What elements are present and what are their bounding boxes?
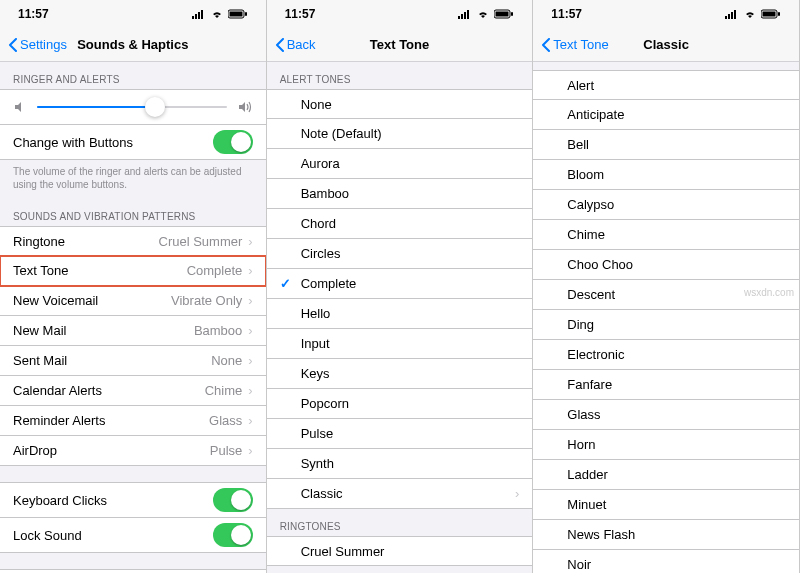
tone-label: Hello xyxy=(301,306,331,321)
tone-label: News Flash xyxy=(567,527,635,542)
tone-label: Keys xyxy=(301,366,330,381)
tone-row[interactable]: None xyxy=(267,89,533,119)
tone-row[interactable]: Ding xyxy=(533,310,799,340)
new-mail-row[interactable]: New Mail Bamboo› xyxy=(0,316,266,346)
tone-label: Anticipate xyxy=(567,107,624,122)
wifi-icon xyxy=(476,9,490,19)
system-haptics-row: System Haptics xyxy=(0,569,266,573)
tone-row[interactable]: Classic› xyxy=(267,479,533,509)
ringtone-row[interactable]: Cruel Summer xyxy=(267,536,533,566)
tone-row[interactable]: Minuet xyxy=(533,490,799,520)
svg-rect-13 xyxy=(511,12,513,16)
reminder-alerts-row[interactable]: Reminder Alerts Glass› xyxy=(0,406,266,436)
tone-row[interactable]: Ladder xyxy=(533,460,799,490)
calendar-alerts-row[interactable]: Calendar Alerts Chime› xyxy=(0,376,266,406)
panel-sounds-haptics: 11:57 Settings Sounds & Haptics RINGER A… xyxy=(0,0,267,573)
tone-row[interactable]: Aurora xyxy=(267,149,533,179)
keyboard-clicks-row: Keyboard Clicks xyxy=(0,482,266,518)
tone-row[interactable]: Anticipate xyxy=(533,100,799,130)
svg-rect-8 xyxy=(461,14,463,19)
row-label: Calendar Alerts xyxy=(13,383,102,398)
status-icons xyxy=(192,9,248,19)
tone-row[interactable]: Keys xyxy=(267,359,533,389)
tone-row[interactable]: Pulse xyxy=(267,419,533,449)
battery-icon xyxy=(761,9,781,19)
wifi-icon xyxy=(743,9,757,19)
chevron-left-icon xyxy=(8,38,18,52)
row-value: Bamboo xyxy=(194,323,242,338)
chevron-right-icon: › xyxy=(248,383,252,398)
svg-rect-1 xyxy=(195,14,197,19)
chevron-right-icon: › xyxy=(515,486,519,501)
ringtones-list: Cruel Summer xyxy=(267,536,533,566)
tone-row[interactable]: Input xyxy=(267,329,533,359)
chevron-right-icon: › xyxy=(248,443,252,458)
airdrop-row[interactable]: AirDrop Pulse› xyxy=(0,436,266,466)
tone-row[interactable]: ✓Complete xyxy=(267,269,533,299)
change-with-buttons-toggle[interactable] xyxy=(213,130,253,154)
svg-rect-9 xyxy=(464,12,466,19)
chevron-right-icon: › xyxy=(248,353,252,368)
nav-back-label: Settings xyxy=(20,37,67,52)
status-time: 11:57 xyxy=(551,7,582,21)
tone-row[interactable]: Note (Default) xyxy=(267,119,533,149)
tone-row[interactable]: Horn xyxy=(533,430,799,460)
tone-row[interactable]: News Flash xyxy=(533,520,799,550)
row-label: Keyboard Clicks xyxy=(13,493,107,508)
chevron-left-icon xyxy=(541,38,551,52)
nav-back-settings[interactable]: Settings xyxy=(8,37,67,52)
sent-mail-row[interactable]: Sent Mail None› xyxy=(0,346,266,376)
tone-label: Classic xyxy=(301,486,343,501)
tone-row[interactable]: Chord xyxy=(267,209,533,239)
chevron-right-icon: › xyxy=(248,293,252,308)
tone-row[interactable]: Fanfare xyxy=(533,370,799,400)
chevron-left-icon xyxy=(275,38,285,52)
ringtone-row[interactable]: Ringtone Cruel Summer› xyxy=(0,226,266,256)
tone-row[interactable]: Bamboo xyxy=(267,179,533,209)
tone-label: Minuet xyxy=(567,497,606,512)
chevron-right-icon: › xyxy=(248,323,252,338)
tone-row[interactable]: Choo Choo xyxy=(533,250,799,280)
signal-icon xyxy=(192,9,206,19)
tone-row[interactable]: Bloom xyxy=(533,160,799,190)
tone-row[interactable]: Synth xyxy=(267,449,533,479)
tone-row[interactable]: Bell xyxy=(533,130,799,160)
status-bar: 11:57 xyxy=(533,0,799,28)
status-time: 11:57 xyxy=(18,7,49,21)
nav-back-text-tone[interactable]: Text Tone xyxy=(541,37,608,52)
volume-slider[interactable] xyxy=(37,106,227,108)
tone-row[interactable]: Circles xyxy=(267,239,533,269)
tone-row[interactable]: Hello xyxy=(267,299,533,329)
tone-label: Fanfare xyxy=(567,377,612,392)
nav-back[interactable]: Back xyxy=(275,37,316,52)
lock-sound-row: Lock Sound xyxy=(0,518,266,553)
keyboard-clicks-toggle[interactable] xyxy=(213,488,253,512)
volume-high-icon xyxy=(237,100,253,114)
chevron-right-icon: › xyxy=(248,263,252,278)
tone-row[interactable]: Popcorn xyxy=(267,389,533,419)
text-tone-row[interactable]: Text Tone Complete› xyxy=(0,256,266,286)
svg-rect-6 xyxy=(245,12,247,16)
tone-row[interactable]: Chime xyxy=(533,220,799,250)
row-value: Chime xyxy=(205,383,243,398)
row-label: Sent Mail xyxy=(13,353,67,368)
tone-label: Bloom xyxy=(567,167,604,182)
row-label: Lock Sound xyxy=(13,528,82,543)
slider-thumb[interactable] xyxy=(145,97,165,117)
lock-sound-toggle[interactable] xyxy=(213,523,253,547)
new-voicemail-row[interactable]: New Voicemail Vibrate Only› xyxy=(0,286,266,316)
tone-row[interactable]: Alert xyxy=(533,70,799,100)
content: ALERT TONES NoneNote (Default)AuroraBamb… xyxy=(267,62,533,573)
content: RINGER AND ALERTS Change with Buttons Th… xyxy=(0,62,266,573)
tone-row[interactable]: Calypso xyxy=(533,190,799,220)
tone-label: Choo Choo xyxy=(567,257,633,272)
tone-row[interactable]: Glass xyxy=(533,400,799,430)
tone-row[interactable]: Electronic xyxy=(533,340,799,370)
svg-rect-3 xyxy=(201,10,203,19)
signal-icon xyxy=(725,9,739,19)
chevron-right-icon: › xyxy=(248,413,252,428)
tone-row[interactable]: Noir xyxy=(533,550,799,573)
row-label: New Mail xyxy=(13,323,66,338)
tone-label: Glass xyxy=(567,407,600,422)
change-with-buttons-label: Change with Buttons xyxy=(13,135,133,150)
